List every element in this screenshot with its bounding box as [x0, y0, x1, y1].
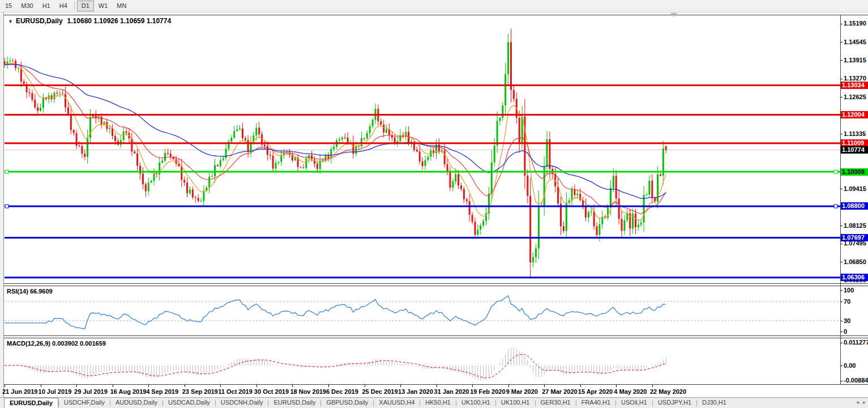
main-rsi-splitter-bottom[interactable] [4, 286, 868, 286]
tab-fra40-h1[interactable]: FRA40,H1 [576, 398, 615, 408]
timeframe-h1-button[interactable]: H1 [38, 1, 55, 11]
macd-indicator-panel[interactable]: MACD(12,26,9) 0.003902 0.001659 [4, 338, 840, 384]
timeframe-15-button[interactable]: 15 [1, 1, 16, 11]
price-axis-tick: 1.14545 [844, 39, 866, 46]
price-axis-tick: 1.06850 [844, 258, 866, 266]
line-handle[interactable] [5, 205, 8, 208]
date-axis-label: 27 Mar 2020 [542, 388, 577, 395]
window-left-edge [0, 12, 4, 397]
rsi-macd-splitter-top[interactable] [4, 335, 868, 336]
timeframe-mn-button[interactable]: MN [112, 1, 131, 11]
macd-axis-tick: 0.011277 [844, 339, 868, 346]
chart-tab-bar: EURUSD,DailyUSDCHF,DailyAUDUSD,DailyUSDC… [0, 397, 868, 408]
date-axis-tickmark [292, 385, 293, 387]
tab-usdcad-daily[interactable]: USDCAD,Daily [163, 398, 215, 408]
level-price-badge: 1.12004 [840, 111, 868, 118]
date-axis-label: 29 Jul 2019 [74, 388, 108, 395]
date-axis-label: 25 Dec 2019 [362, 388, 398, 395]
chart-shift-marker-icon [670, 13, 677, 17]
macd-signal-line [5, 354, 666, 378]
main-rsi-splitter-top[interactable] [4, 283, 868, 284]
tab-eurusd-daily[interactable]: EURUSD,Daily [4, 398, 58, 408]
date-axis-label: 16 Aug 2019 [110, 388, 147, 395]
date-axis-label: 9 Mar 2020 [506, 388, 538, 395]
date-axis-label: 31 Jan 2020 [434, 388, 469, 395]
date-axis-label: 6 Dec 2019 [326, 388, 358, 395]
current-price-badge: 1.10774 [840, 146, 868, 154]
rsi-axis-tick: 70 [844, 298, 850, 305]
tab-eurusd-daily[interactable]: EURUSD,Daily [268, 398, 320, 408]
macd-canvas[interactable] [4, 338, 840, 384]
date-axis-tickmark [472, 385, 473, 387]
rsi-axis-tick: 0 [844, 328, 847, 335]
chart-symbol-label: EURUSD,Daily [16, 17, 63, 25]
timeframe-h4-button[interactable]: H4 [55, 1, 72, 11]
date-axis-tickmark [148, 385, 149, 387]
tab-usoil-h1[interactable]: USOil,H1 [616, 398, 652, 408]
tab-uk100-h1[interactable]: UK100,H1 [456, 398, 495, 408]
date-axis-label: 22 May 2020 [650, 388, 686, 395]
date-axis-label: 11 Oct 2019 [218, 388, 253, 395]
macd-panel-bottom-border [4, 384, 868, 385]
date-axis-tickmark [544, 385, 545, 387]
tabbar-scroll-left-icon[interactable]: ◂ [856, 399, 859, 405]
tab-usdjpy-h1[interactable]: USDJPY,H1 [653, 398, 696, 408]
tab-xauusd-h4[interactable]: XAUUSD,H4 [374, 398, 420, 408]
chart-ohlc-values: 1.10680 1.10926 1.10659 1.10774 [67, 17, 172, 25]
date-axis-tickmark [508, 385, 509, 387]
rsi-canvas[interactable] [4, 286, 840, 335]
tab-uk100-h1[interactable]: UK100,H1 [496, 398, 535, 408]
date-axis-tickmark [41, 385, 41, 387]
date-axis-label: 10 Jul 2019 [39, 388, 72, 395]
line-handle[interactable] [834, 205, 837, 208]
date-axis-tickmark [185, 385, 185, 387]
level-price-badge: 1.06306 [840, 274, 868, 281]
symbol-dropdown-icon[interactable]: ▼ [8, 19, 13, 24]
main-panel-top-border [4, 15, 868, 15]
date-axis-tickmark [400, 385, 401, 387]
date-axis-label: 23 Sep 2019 [182, 388, 218, 395]
tab-audusd-daily[interactable]: AUDUSD,Daily [110, 398, 163, 408]
date-axis-label: 4 May 2020 [614, 388, 647, 395]
timeframe-d1-button[interactable]: D1 [77, 1, 94, 11]
date-axis-tickmark [365, 385, 365, 387]
tab-hk50-h1[interactable]: HK50,H1 [420, 398, 456, 408]
tab-dj30-h1[interactable]: DJ30,H1 [697, 398, 732, 408]
tab-usdchf-daily[interactable]: USDCHF,Daily [59, 398, 110, 408]
date-axis-label: 13 Jan 2020 [398, 388, 433, 395]
tabbar-scroll-right-icon[interactable]: ▸ [863, 399, 866, 405]
rsi-macd-splitter-bottom[interactable] [4, 338, 868, 338]
main-chart-panel[interactable]: ▼EURUSD,Daily1.10680 1.10926 1.10659 1.1… [4, 15, 840, 283]
date-axis-tickmark [616, 385, 617, 387]
tab-usdcnh-daily[interactable]: USDCNH,Daily [216, 398, 268, 408]
date-axis-tickmark [652, 385, 653, 387]
tab-gbpusd-daily[interactable]: GBPUSD,Daily [321, 398, 373, 408]
line-handle[interactable] [834, 170, 837, 173]
price-axis-tick: 1.12625 [844, 94, 866, 101]
rsi-line [5, 296, 666, 329]
date-axis-label: 18 Nov 2019 [290, 388, 326, 395]
timeframe-toolbar: 15M30H1H4D1W1MN [0, 0, 868, 12]
line-handle[interactable] [5, 170, 8, 173]
date-axis-label: 15 Apr 2020 [578, 388, 613, 395]
ma-fast-line [5, 63, 666, 220]
price-axis-tick: 1.09415 [844, 185, 866, 193]
rsi-label: RSI(14) 66.9609 [7, 288, 53, 295]
tab-ger30-h1[interactable]: GER30,H1 [536, 398, 576, 408]
level-price-badge: 1.08800 [840, 202, 868, 210]
date-axis-tickmark [580, 385, 581, 387]
price-axis-column: 1.151901.145451.139151.132701.126251.113… [840, 12, 868, 384]
level-price-badge: 1.13034 [840, 82, 868, 89]
date-axis-tickmark [328, 385, 329, 387]
toolbar-separator [74, 2, 75, 10]
level-price-badge: 1.07697 [840, 234, 868, 241]
rsi-indicator-panel[interactable]: RSI(14) 66.9609 [4, 286, 840, 335]
chart-title: ▼EURUSD,Daily1.10680 1.10926 1.10659 1.1… [8, 17, 171, 25]
ma-mid-line [5, 64, 666, 214]
macd-histogram [5, 348, 666, 380]
price-axis-tick: 1.11335 [844, 130, 866, 138]
timeframe-m30-button[interactable]: M30 [16, 1, 37, 11]
rsi-axis-tick: 30 [844, 317, 850, 325]
main-chart-canvas[interactable] [4, 15, 840, 283]
timeframe-w1-button[interactable]: W1 [94, 1, 113, 11]
